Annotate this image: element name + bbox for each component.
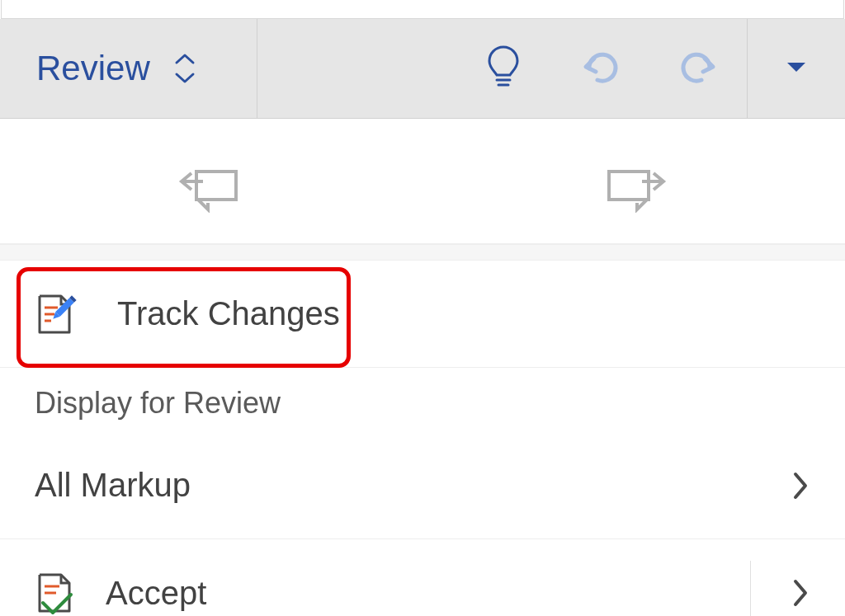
tell-me-button[interactable] xyxy=(455,19,552,118)
svg-rect-3 xyxy=(196,172,236,200)
lightbulb-icon xyxy=(486,44,521,93)
vertical-divider xyxy=(750,561,751,616)
comment-navigation-row xyxy=(0,132,845,244)
next-comment-icon xyxy=(601,160,667,216)
next-comment-button[interactable] xyxy=(422,132,845,243)
redo-icon xyxy=(675,47,721,90)
ribbon-overflow-button[interactable] xyxy=(747,19,845,118)
track-changes-label: Track Changes xyxy=(117,295,810,332)
display-for-review-label: Display for Review xyxy=(0,368,845,432)
ribbon-toolbar: Review xyxy=(0,19,845,119)
dropdown-triangle-icon xyxy=(786,60,807,77)
document-edge-strip xyxy=(1,0,844,19)
svg-rect-5 xyxy=(609,172,649,200)
ribbon-tab-selector[interactable]: Review xyxy=(0,19,257,118)
chevron-right-icon xyxy=(791,576,810,609)
accept-label: Accept xyxy=(106,575,206,612)
chevron-right-icon xyxy=(791,469,810,502)
track-changes-item[interactable]: Track Changes xyxy=(0,261,845,368)
ribbon-actions xyxy=(257,19,845,118)
accept-changes-icon xyxy=(35,570,81,616)
undo-button[interactable] xyxy=(552,19,649,118)
all-markup-item[interactable]: All Markup xyxy=(0,432,845,539)
svg-marker-2 xyxy=(787,63,805,72)
track-changes-icon xyxy=(35,291,81,337)
section-gap xyxy=(0,244,845,261)
ribbon-tab-label: Review xyxy=(36,49,150,88)
redo-button[interactable] xyxy=(649,19,747,118)
accept-item[interactable]: Accept xyxy=(0,539,845,616)
previous-comment-icon xyxy=(178,160,244,216)
previous-comment-button[interactable] xyxy=(0,132,422,243)
all-markup-label: All Markup xyxy=(35,467,791,504)
up-down-chevron-icon xyxy=(173,53,196,84)
undo-icon xyxy=(578,47,624,90)
